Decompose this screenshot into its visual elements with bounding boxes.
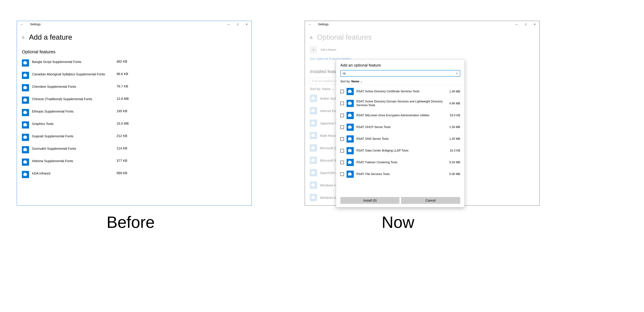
puzzle-icon (22, 59, 29, 66)
feature-size: 589 KB (116, 171, 127, 175)
close-button[interactable]: ✕ (242, 21, 252, 27)
home-icon[interactable]: ⌂ (310, 35, 312, 40)
minimize-button[interactable]: — (512, 21, 521, 27)
feature-row[interactable]: Graphics Tools 15.0 MB (22, 119, 246, 131)
dialog-row[interactable]: RSAT: Data Center Bridging LLDP Tools 16… (340, 145, 460, 157)
dialog-row[interactable]: RSAT: Failover Clustering Tools 9.34 MB (340, 157, 460, 168)
page-header: ⌂ Add a feature (17, 27, 252, 43)
app-name: Settings (30, 23, 41, 26)
install-button[interactable]: Install (0) (340, 197, 400, 204)
checkbox[interactable] (340, 161, 344, 164)
feature-size: 4.96 MB (449, 102, 460, 105)
page-title: Add a feature (29, 33, 72, 41)
checkbox[interactable] (340, 137, 344, 141)
feature-size: 12.8 MB (116, 97, 129, 101)
clear-search-icon[interactable]: ✕ (456, 72, 458, 75)
feature-name: Canadian Aboriginal Syllabics Supplement… (32, 72, 114, 76)
checkbox[interactable] (340, 125, 344, 129)
section-title: Optional features (17, 43, 252, 57)
maximize-button[interactable]: ▢ (521, 21, 530, 27)
feature-name: Cherokee Supplemental Fonts (32, 84, 114, 89)
feature-row[interactable]: Cherokee Supplemental Fonts 76.7 KB (22, 81, 246, 94)
chevron-down-icon: ⌄ (360, 80, 362, 83)
minimize-button[interactable]: — (224, 21, 233, 27)
puzzle-icon (346, 88, 354, 95)
add-feature-button[interactable]: + Add a feature (305, 44, 539, 55)
feature-size: 377 KB (116, 159, 127, 163)
feature-name: Gurmukhi Supplemental Fonts (32, 146, 114, 151)
close-button[interactable]: ✕ (530, 21, 539, 27)
feature-size: 33.9 KB (450, 114, 460, 117)
feature-size: 5.06 MB (449, 172, 460, 176)
dialog-row[interactable]: RSAT: Active Directory Certificate Servi… (340, 86, 460, 97)
feature-name: Ethiopic Supplemental Fonts (32, 109, 114, 113)
dialog-search-input[interactable]: rs ✕ (340, 70, 460, 77)
feature-name: RSAT: Failover Clustering Tools (356, 160, 447, 164)
dialog-row[interactable]: RSAT: DNS Server Tools 1.26 MB (340, 133, 460, 145)
home-icon[interactable]: ⌂ (22, 35, 24, 40)
feature-name: Graphics Tools (32, 121, 114, 126)
feature-row[interactable]: Canadian Aboriginal Syllabics Supplement… (22, 69, 246, 81)
feature-size: 16.3 KB (450, 149, 460, 152)
feature-list: Bangla Script Supplemental Fonts 482 KB … (17, 57, 252, 181)
checkbox[interactable] (340, 149, 344, 152)
checkbox[interactable] (340, 172, 344, 176)
puzzle-icon (346, 124, 354, 131)
puzzle-icon (310, 107, 317, 114)
before-caption: Before (106, 213, 155, 232)
feature-name: Chinese (Traditional) Supplemental Fonts (32, 97, 114, 101)
feature-size: 1.26 MB (449, 137, 460, 141)
dialog-title: Add an optional feature (336, 60, 464, 69)
dialog-row[interactable]: RSAT: Active Directory Domain Services a… (340, 97, 460, 110)
puzzle-icon (310, 95, 317, 102)
puzzle-icon (310, 132, 317, 139)
feature-row[interactable]: Ethiopic Supplemental Fonts 195 KB (22, 106, 246, 119)
puzzle-icon (346, 100, 354, 107)
feature-row[interactable]: IrDA infrared 589 KB (22, 168, 246, 181)
feature-row[interactable]: Hebrew Supplemental Fonts 377 KB (22, 156, 246, 168)
feature-name: Bangla Script Supplemental Fonts (32, 59, 114, 64)
app-name: Settings (318, 23, 328, 26)
feature-row[interactable]: Gurmukhi Supplemental Fonts 114 KB (22, 144, 246, 156)
feature-row[interactable]: Gujarati Supplemental Fonts 212 KB (22, 131, 246, 144)
puzzle-icon (22, 171, 29, 178)
feature-size: 9.34 MB (449, 161, 460, 164)
feature-size: 15.0 MB (116, 121, 129, 125)
feature-size: 482 KB (116, 59, 127, 63)
puzzle-icon (22, 134, 29, 141)
puzzle-icon (310, 182, 317, 189)
add-feature-dialog: Add an optional feature rs ✕ Sort by: Na… (336, 59, 464, 207)
puzzle-icon (22, 109, 29, 116)
maximize-button[interactable]: ▢ (233, 21, 242, 27)
feature-size: 1.56 MB (449, 125, 460, 129)
dialog-row[interactable]: RSAT: File Services Tools 5.06 MB (340, 168, 460, 180)
back-button[interactable]: ← (308, 23, 312, 26)
add-feature-label: Add a feature (320, 48, 336, 51)
back-button[interactable]: ← (20, 23, 24, 26)
plus-icon: + (310, 46, 317, 53)
feature-size: 76.7 KB (116, 84, 128, 88)
dialog-row[interactable]: RSAT: BitLocker Drive Encryption Adminis… (340, 110, 460, 121)
feature-name: RSAT: Active Directory Certificate Servi… (356, 89, 447, 93)
feature-name: RSAT: DNS Server Tools (356, 137, 447, 141)
feature-size: 195 KB (116, 109, 127, 113)
puzzle-icon (22, 121, 29, 128)
feature-row[interactable]: Bangla Script Supplemental Fonts 482 KB (22, 57, 246, 69)
feature-row[interactable]: Chinese (Traditional) Supplemental Fonts… (22, 94, 246, 106)
dialog-sort-control[interactable]: Sort by: Name ⌄ (336, 78, 464, 85)
dialog-feature-list: RSAT: Active Directory Certificate Servi… (336, 85, 464, 194)
dialog-search-value: rs (343, 72, 345, 75)
puzzle-icon (310, 144, 317, 152)
chevron-down-icon: ⌄ (332, 87, 334, 91)
dialog-row[interactable]: RSAT: DHCP Server Tools 1.56 MB (340, 121, 460, 133)
checkbox[interactable] (340, 90, 344, 93)
checkbox[interactable] (340, 102, 344, 105)
feature-name: RSAT: File Services Tools (356, 172, 447, 176)
titlebar: ← Settings — ▢ ✕ (305, 21, 539, 27)
feature-name: RSAT: BitLocker Drive Encryption Adminis… (356, 113, 447, 117)
cancel-button[interactable]: Cancel (401, 197, 460, 204)
puzzle-icon (310, 169, 317, 176)
puzzle-icon (346, 112, 354, 119)
checkbox[interactable] (340, 114, 344, 117)
now-caption: Now (382, 213, 414, 232)
